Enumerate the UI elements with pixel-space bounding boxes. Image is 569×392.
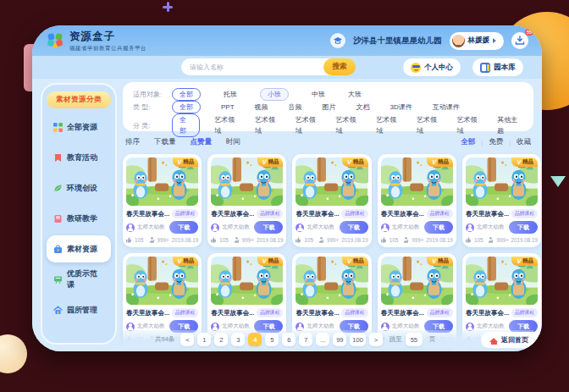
- page-number-button[interactable]: 1: [197, 333, 211, 346]
- card-title[interactable]: 春天里故事会...: [466, 309, 509, 317]
- card-author: 北师大幼教: [477, 323, 506, 330]
- filter-chip[interactable]: 艺术领域: [255, 114, 281, 136]
- page-number-button[interactable]: 7: [299, 333, 312, 346]
- card-title[interactable]: 春天里故事会...: [296, 210, 339, 218]
- filter-chip[interactable]: 艺术领域: [457, 114, 483, 136]
- card-download-button[interactable]: 下载: [340, 221, 368, 234]
- card-stats: 105 999+ 2019.08.19: [466, 237, 538, 243]
- resource-card[interactable]: V 精品 春天里故事会... 品牌课程 北师大幼教 下载 105 999+: [462, 154, 541, 247]
- next-page-button[interactable]: >: [369, 333, 383, 346]
- garden-library-button[interactable]: 园本库: [472, 58, 523, 76]
- card-title[interactable]: 春天里故事会...: [211, 210, 254, 218]
- school-icon-circle[interactable]: [330, 33, 345, 48]
- filter-chip[interactable]: 艺术领域: [335, 114, 362, 136]
- sidebar-item-garden-management[interactable]: 园所管理: [47, 296, 111, 323]
- page-number-button[interactable]: 2: [214, 333, 228, 346]
- card-download-button[interactable]: 下载: [254, 221, 283, 234]
- scope-option[interactable]: 全部: [461, 137, 475, 147]
- filter-chip[interactable]: 互动课件: [433, 102, 460, 113]
- filter-chip[interactable]: 视频: [255, 102, 268, 113]
- page-number-button[interactable]: 3: [231, 333, 245, 346]
- premium-ribbon: V 精品: [342, 257, 368, 266]
- card-title[interactable]: 春天里故事会...: [126, 309, 169, 317]
- filter-chip[interactable]: 全部: [172, 88, 201, 101]
- card-download-button[interactable]: 下载: [424, 221, 453, 234]
- desktop-background: 资源盒子 福建省学前教育公共服务平台 沙洋县十里镇星星幼儿园 林媛媛: [0, 0, 569, 392]
- premium-ribbon: V 精品: [511, 157, 538, 167]
- card-title[interactable]: 春天里故事会...: [126, 210, 169, 218]
- sidebar-item-education-activities[interactable]: 教育活动: [47, 144, 111, 171]
- resource-card[interactable]: V 精品 春天里故事会... 品牌课程 北师大幼教 下载 105 999+: [378, 154, 456, 247]
- back-home-button[interactable]: 返回首页: [481, 332, 537, 348]
- filter-chip[interactable]: 艺术领域: [376, 114, 402, 136]
- brand-course-badge: 品牌课程: [427, 209, 453, 218]
- scope-option[interactable]: 收藏: [517, 137, 531, 147]
- download-center-button[interactable]: 55: [511, 32, 528, 49]
- card-date: 2019.08.19: [172, 237, 199, 243]
- jump-page-input[interactable]: 55: [406, 333, 423, 346]
- premium-ribbon: V 精品: [342, 157, 368, 167]
- card-title[interactable]: 春天里故事会...: [466, 210, 509, 218]
- card-thumbnail: V 精品: [126, 257, 198, 305]
- filter-chip[interactable]: PPT: [221, 102, 235, 113]
- filter-chip[interactable]: 音频: [289, 102, 302, 113]
- filter-chip[interactable]: 小班: [260, 88, 289, 101]
- author-avatar-icon: [466, 323, 474, 331]
- card-thumbnail: V 精品: [296, 157, 367, 206]
- sidebar-item-demo-lessons[interactable]: 优质示范课: [47, 266, 111, 293]
- grid-icon: [53, 123, 63, 132]
- sidebar-item-all-resources[interactable]: 全部资源: [47, 113, 111, 141]
- filter-options: 全部托班小班中班大班: [172, 88, 362, 101]
- download-icon: [515, 36, 525, 46]
- filter-chip[interactable]: 全部: [172, 101, 201, 113]
- scope-option[interactable]: 免费: [489, 137, 503, 147]
- filter-chip[interactable]: 中班: [312, 89, 325, 100]
- resource-card[interactable]: V 精品 春天里故事会... 品牌课程 北师大幼教 下载 105 999+: [123, 154, 202, 247]
- card-download-button[interactable]: 下载: [509, 221, 538, 234]
- download-count: 999+: [242, 237, 254, 243]
- sort-option[interactable]: 时间: [226, 137, 240, 147]
- page-number-button[interactable]: 100: [350, 333, 366, 346]
- filter-chip[interactable]: 全部: [172, 113, 200, 137]
- page-number-button[interactable]: 6: [282, 333, 296, 346]
- card-title[interactable]: 春天里故事会...: [296, 309, 339, 317]
- header-right-cluster: 沙洋县十里镇星星幼儿园 林媛媛 55: [330, 32, 528, 50]
- prev-page-button[interactable]: <: [180, 333, 194, 346]
- card-thumbnail: V 精品: [126, 157, 198, 206]
- card-title[interactable]: 春天里故事会...: [381, 210, 424, 218]
- filter-chip[interactable]: 艺术领域: [296, 114, 322, 136]
- filter-chip[interactable]: 文档: [356, 102, 370, 113]
- filter-panel: 适用对象: 全部托班小班中班大班 类 型: 全部PPT视频音频图片文档3D课件互…: [123, 82, 533, 131]
- brand-course-badge: 品牌课程: [341, 209, 367, 218]
- resource-card[interactable]: V 精品 春天里故事会... 品牌课程 北师大幼教 下载 105 999+: [292, 154, 371, 247]
- sidebar-item-material-resources[interactable]: 素材资源: [47, 235, 111, 262]
- card-download-button[interactable]: 下载: [169, 221, 198, 234]
- resource-card[interactable]: V 精品 春天里故事会... 品牌课程 北师大幼教 下载 105 999+: [207, 154, 286, 247]
- page-number-button[interactable]: 4: [248, 333, 262, 346]
- page-number-button[interactable]: 99: [333, 333, 346, 346]
- filter-options: 全部PPT视频音频图片文档3D课件互动课件: [172, 101, 460, 113]
- premium-ribbon: V 精品: [511, 257, 538, 266]
- personal-center-button[interactable]: 个人中心: [403, 58, 461, 76]
- download-count-icon: [403, 237, 409, 243]
- sidebar-item-environment-creation[interactable]: 环境创设: [47, 174, 111, 202]
- filter-chip[interactable]: 艺术领域: [214, 114, 240, 136]
- sort-option[interactable]: 下载量: [154, 137, 176, 147]
- filter-chip[interactable]: 3D课件: [390, 102, 412, 113]
- filter-chip[interactable]: 图片: [323, 102, 336, 113]
- filter-chip[interactable]: 大班: [348, 89, 362, 100]
- sidebar-item-teaching-research[interactable]: 教研教学: [47, 205, 111, 232]
- card-title[interactable]: 春天里故事会...: [211, 309, 254, 317]
- filter-chip[interactable]: 其他主题: [497, 114, 523, 136]
- search-button[interactable]: 搜索: [323, 58, 356, 75]
- filter-chip[interactable]: 托班: [224, 89, 237, 100]
- page-number-button[interactable]: 5: [265, 333, 279, 346]
- sort-option[interactable]: 点赞量: [191, 137, 213, 147]
- card-thumbnail: V 精品: [211, 257, 283, 305]
- search-input[interactable]: [181, 58, 332, 75]
- card-title[interactable]: 春天里故事会...: [381, 309, 424, 317]
- user-menu[interactable]: 林媛媛: [450, 32, 505, 50]
- bookmark-icon: [53, 153, 63, 163]
- filter-chip[interactable]: 艺术领域: [417, 114, 443, 136]
- card-stats: 105 999+ 2019.08.19: [296, 237, 367, 243]
